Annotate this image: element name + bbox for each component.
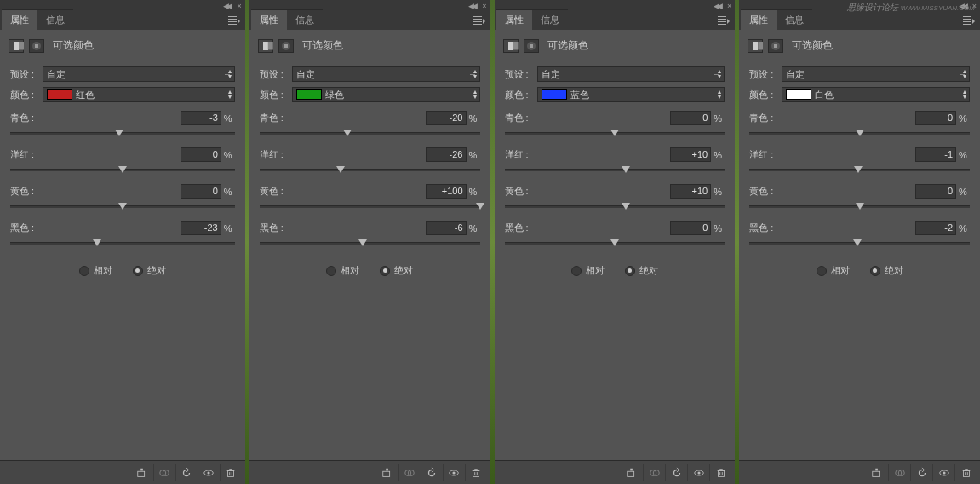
slider-value-input[interactable]: -2	[915, 221, 956, 235]
slider-value-input[interactable]: +10	[670, 147, 711, 162]
view-previous-icon[interactable]	[643, 464, 665, 481]
reset-icon[interactable]	[665, 464, 687, 481]
slider-track[interactable]	[749, 200, 970, 212]
mask-icon[interactable]	[29, 39, 44, 53]
color-dropdown[interactable]: 绿色 ▴▾	[292, 87, 480, 102]
mask-icon[interactable]	[278, 39, 294, 53]
tab-info[interactable]: 信息	[777, 9, 812, 30]
slider-track[interactable]	[260, 127, 480, 139]
visibility-icon[interactable]	[198, 464, 220, 481]
slider-thumb[interactable]	[343, 130, 352, 136]
slider-thumb[interactable]	[854, 166, 863, 173]
slider-thumb[interactable]	[476, 203, 484, 210]
clip-to-layer-icon[interactable]	[621, 464, 643, 481]
slider-thumb[interactable]	[336, 166, 345, 173]
slider-track[interactable]	[749, 237, 970, 249]
visibility-icon[interactable]	[443, 464, 465, 481]
radio-absolute[interactable]: 绝对	[870, 264, 903, 277]
radio-relative[interactable]: 相对	[571, 264, 605, 277]
preset-dropdown[interactable]: 自定▴▾	[292, 66, 480, 82]
tab-info[interactable]: 信息	[532, 9, 568, 30]
clip-to-layer-icon[interactable]	[376, 464, 398, 481]
view-previous-icon[interactable]	[153, 464, 175, 481]
slider-track[interactable]	[260, 164, 480, 176]
close-icon[interactable]: ×	[727, 2, 731, 10]
radio-absolute[interactable]: 绝对	[380, 264, 413, 277]
slider-thumb[interactable]	[115, 130, 123, 136]
slider-value-input[interactable]: -23	[181, 221, 221, 235]
slider-track[interactable]	[505, 164, 725, 176]
slider-value-input[interactable]: 0	[181, 147, 221, 162]
collapse-arrows-icon[interactable]: ◀◀	[468, 2, 475, 10]
slider-value-input[interactable]: 0	[670, 111, 711, 125]
slider-value-input[interactable]: +10	[670, 184, 711, 199]
clip-to-layer-icon[interactable]	[866, 464, 888, 481]
view-previous-icon[interactable]	[888, 464, 910, 481]
reset-icon[interactable]	[421, 464, 443, 481]
radio-absolute[interactable]: 绝对	[133, 264, 166, 277]
preset-dropdown[interactable]: 自定▴▾	[537, 66, 725, 82]
panel-menu-icon[interactable]	[963, 16, 975, 25]
slider-track[interactable]	[10, 164, 235, 176]
clip-to-layer-icon[interactable]	[131, 464, 153, 481]
slider-track[interactable]	[505, 127, 725, 139]
mask-icon[interactable]	[524, 39, 539, 53]
slider-track[interactable]	[505, 237, 725, 249]
tab-info[interactable]: 信息	[287, 9, 323, 30]
slider-value-input[interactable]: 0	[915, 111, 956, 125]
slider-thumb[interactable]	[622, 166, 630, 173]
adjustment-icon[interactable]	[9, 39, 24, 53]
panel-menu-icon[interactable]	[473, 16, 485, 25]
radio-relative[interactable]: 相对	[326, 264, 359, 277]
slider-track[interactable]	[505, 200, 725, 212]
slider-track[interactable]	[749, 127, 970, 139]
close-icon[interactable]: ×	[237, 2, 241, 10]
slider-thumb[interactable]	[118, 203, 127, 210]
slider-thumb[interactable]	[856, 130, 864, 136]
slider-value-input[interactable]: -6	[426, 221, 467, 235]
slider-thumb[interactable]	[856, 203, 864, 210]
visibility-icon[interactable]	[687, 464, 709, 481]
panel-menu-icon[interactable]	[718, 16, 730, 25]
delete-icon[interactable]	[220, 464, 242, 481]
slider-thumb[interactable]	[358, 239, 367, 246]
reset-icon[interactable]	[175, 464, 198, 481]
slider-track[interactable]	[10, 200, 235, 212]
slider-value-input[interactable]: 0	[670, 221, 711, 235]
slider-track[interactable]	[260, 237, 480, 249]
slider-thumb[interactable]	[93, 239, 101, 246]
reset-icon[interactable]	[910, 464, 932, 481]
adjustment-icon[interactable]	[503, 39, 519, 53]
preset-dropdown[interactable]: 自定▴▾	[43, 66, 235, 82]
tab-properties[interactable]: 属性	[251, 9, 287, 30]
delete-icon[interactable]	[465, 464, 487, 481]
radio-absolute[interactable]: 绝对	[625, 264, 658, 277]
slider-track[interactable]	[10, 237, 235, 249]
adjustment-icon[interactable]	[748, 39, 763, 53]
tab-properties[interactable]: 属性	[741, 9, 777, 30]
slider-thumb[interactable]	[610, 130, 619, 136]
slider-thumb[interactable]	[853, 239, 862, 246]
color-dropdown[interactable]: 蓝色 ▴▾	[537, 87, 725, 102]
color-dropdown[interactable]: 红色 ▴▾	[43, 87, 235, 102]
slider-thumb[interactable]	[610, 239, 619, 246]
slider-thumb[interactable]	[118, 166, 127, 173]
slider-value-input[interactable]: -20	[426, 111, 467, 125]
slider-value-input[interactable]: -3	[181, 111, 221, 125]
slider-value-input[interactable]: -1	[915, 147, 956, 162]
close-icon[interactable]: ×	[482, 2, 486, 10]
collapse-arrows-icon[interactable]: ◀◀	[714, 2, 720, 10]
slider-track[interactable]	[749, 164, 970, 176]
slider-value-input[interactable]: 0	[915, 184, 956, 199]
color-dropdown[interactable]: 白色 ▴▾	[782, 87, 970, 102]
radio-relative[interactable]: 相对	[817, 264, 850, 277]
mask-icon[interactable]	[768, 39, 783, 53]
radio-relative[interactable]: 相对	[79, 264, 112, 277]
tab-properties[interactable]: 属性	[2, 9, 37, 30]
slider-value-input[interactable]: +100	[426, 184, 467, 199]
slider-track[interactable]	[260, 200, 480, 212]
delete-icon[interactable]	[954, 464, 977, 481]
tab-properties[interactable]: 属性	[496, 9, 532, 30]
slider-track[interactable]	[10, 127, 235, 139]
visibility-icon[interactable]	[932, 464, 954, 481]
